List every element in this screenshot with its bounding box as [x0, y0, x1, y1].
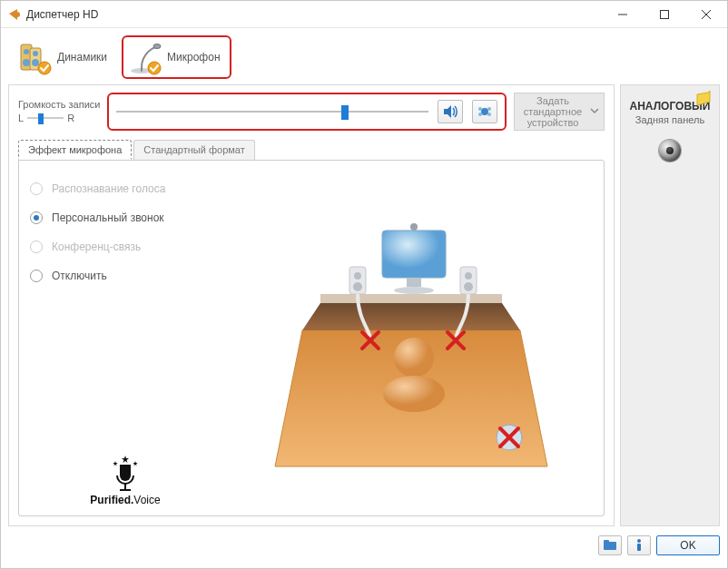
- set-default-device-button[interactable]: Задать стандартное устройство: [514, 93, 605, 131]
- tab-speakers-label: Динамики: [57, 51, 107, 64]
- folder-button[interactable]: [598, 535, 622, 555]
- chevron-down-icon: [589, 105, 600, 118]
- tab-microphone[interactable]: Микрофон: [122, 35, 231, 79]
- playback-test-button[interactable]: [438, 100, 463, 123]
- tab-speakers[interactable]: Динамики: [14, 35, 116, 79]
- radio-voice-recognition[interactable]: Распознавание голоса: [30, 182, 221, 195]
- left-panel: Громкость записи L R: [8, 84, 615, 526]
- svg-point-32: [394, 338, 434, 378]
- volume-box-highlight: [107, 93, 507, 131]
- window-body: Динамики Микрофон Гро: [1, 28, 727, 568]
- main-row: Громкость записи L R: [8, 84, 720, 526]
- check-icon: [37, 61, 52, 75]
- svg-marker-17: [113, 461, 117, 466]
- svg-point-14: [478, 113, 482, 116]
- svg-point-30: [465, 272, 472, 280]
- svg-marker-20: [302, 303, 520, 330]
- connector-panel: АНАЛОГОВЫЙ Задняя панель: [620, 84, 720, 526]
- titlebar: Диспетчер HD: [1, 1, 727, 28]
- svg-rect-35: [604, 542, 616, 550]
- microphone-icon: [125, 39, 162, 75]
- tab-default-format[interactable]: Стандартный формат: [133, 140, 254, 160]
- effect-options: Распознавание голоса Персональный звонок…: [30, 172, 221, 506]
- radio-disable[interactable]: Отключить: [30, 270, 221, 282]
- svg-marker-16: [122, 456, 129, 463]
- left-speaker-icon: [349, 267, 366, 294]
- svg-point-28: [353, 282, 362, 291]
- svg-point-25: [410, 223, 418, 231]
- svg-rect-0: [661, 10, 669, 18]
- bottom-bar: OK: [8, 530, 720, 561]
- radio-personal-call[interactable]: Персональный звонок: [30, 211, 221, 224]
- volume-row: Громкость записи L R: [18, 93, 605, 131]
- svg-point-3: [24, 49, 29, 54]
- right-speaker-icon: [460, 267, 477, 294]
- svg-point-31: [464, 282, 473, 291]
- svg-point-5: [33, 51, 38, 56]
- connector-subtitle: Задняя панель: [635, 114, 704, 125]
- svg-point-11: [481, 108, 488, 115]
- window-close-button[interactable]: [685, 1, 727, 28]
- balance-left-label: L: [18, 113, 24, 123]
- tab-mic-effect[interactable]: Эффект микрофона: [18, 140, 132, 160]
- svg-point-12: [478, 107, 482, 111]
- check-icon: [147, 61, 162, 75]
- svg-rect-38: [637, 544, 641, 551]
- app-icon: [6, 7, 21, 22]
- record-volume-slider[interactable]: [116, 103, 428, 120]
- note-icon: [695, 91, 712, 107]
- inner-tabs: Эффект микрофона Стандартный формат: [18, 140, 605, 160]
- window-maximize-button[interactable]: [644, 1, 685, 28]
- effect-panel: Распознавание голоса Персональный звонок…: [18, 160, 605, 516]
- svg-rect-21: [320, 294, 502, 303]
- volume-label: Громкость записи: [18, 99, 100, 110]
- svg-rect-36: [604, 540, 609, 543]
- svg-marker-18: [133, 461, 137, 466]
- purified-voice-logo: Purified.Voice: [30, 456, 221, 506]
- rear-jack-port[interactable]: [659, 140, 681, 162]
- window: Диспетчер HD Динамики: [0, 0, 728, 569]
- svg-point-33: [383, 376, 445, 412]
- svg-point-37: [637, 539, 641, 543]
- window-minimize-button[interactable]: [602, 1, 644, 28]
- info-button[interactable]: [627, 535, 651, 555]
- svg-point-4: [23, 59, 30, 66]
- speakers-icon: [15, 39, 52, 75]
- noise-suppression-button[interactable]: [472, 100, 497, 123]
- svg-point-15: [487, 113, 491, 116]
- radio-conference[interactable]: Конференц-связь: [30, 240, 221, 253]
- svg-point-9: [153, 44, 161, 49]
- svg-rect-23: [407, 278, 421, 287]
- set-default-label: Задать стандартное устройство: [518, 95, 587, 128]
- svg-rect-22: [382, 231, 446, 278]
- mic-visualization: [230, 172, 593, 506]
- svg-point-24: [394, 287, 434, 294]
- tab-microphone-label: Микрофон: [167, 51, 220, 64]
- window-title: Диспетчер HD: [26, 8, 98, 21]
- ok-button[interactable]: OK: [656, 535, 720, 555]
- device-tabs: Динамики Микрофон: [14, 35, 720, 79]
- balance-right-label: R: [67, 113, 74, 123]
- svg-point-27: [354, 272, 361, 280]
- balance-slider[interactable]: [27, 112, 64, 124]
- svg-point-13: [487, 107, 491, 111]
